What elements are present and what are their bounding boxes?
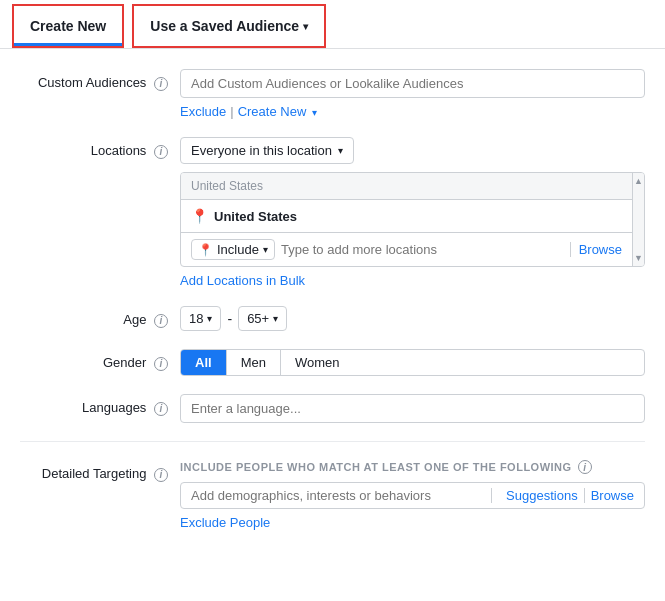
detailed-targeting-control: INCLUDE people who match at least ONE of… <box>180 460 645 530</box>
custom-audiences-row: Custom Audiences i Exclude | Create New … <box>20 69 645 119</box>
custom-audiences-input[interactable] <box>180 69 645 98</box>
gender-men-button[interactable]: Men <box>227 350 281 375</box>
detailed-targeting-row: Detailed Targeting i INCLUDE people who … <box>20 460 645 530</box>
include-targeting-label: INCLUDE people who match at least ONE of… <box>180 461 572 473</box>
scroll-up-icon[interactable]: ▲ <box>634 176 643 186</box>
location-content: United States 📍 United States 📍 Include … <box>181 173 632 266</box>
gender-label: Gender i <box>20 349 180 371</box>
include-row: 📍 Include ▾ Browse <box>181 232 632 266</box>
languages-label: Languages i <box>20 394 180 416</box>
tab-use-saved[interactable]: Use a Saved Audience ▾ <box>132 4 326 48</box>
exclude-people-row: Exclude People <box>180 515 645 530</box>
add-locations-bulk-row: Add Locations in Bulk <box>180 273 645 288</box>
links-divider: | <box>230 104 233 119</box>
location-box: United States 📍 United States 📍 Include … <box>180 172 645 267</box>
detailed-targeting-label: Detailed Targeting i <box>20 460 180 482</box>
custom-audiences-info-icon[interactable]: i <box>154 77 168 91</box>
detailed-targeting-desc-row: INCLUDE people who match at least ONE of… <box>180 460 645 474</box>
location-inner: United States 📍 United States 📍 Include … <box>181 173 644 266</box>
include-targeting-info-icon[interactable]: i <box>578 460 592 474</box>
age-max-select[interactable]: 65+ ▾ <box>238 306 287 331</box>
targeting-browse-button[interactable]: Browse <box>585 488 634 503</box>
locations-label: Locations i <box>20 137 180 159</box>
location-pin-icon: 📍 <box>191 208 208 224</box>
add-locations-bulk-link[interactable]: Add Locations in Bulk <box>180 273 305 288</box>
custom-audiences-links: Exclude | Create New ▾ <box>180 104 645 119</box>
tab-create-new[interactable]: Create New <box>12 4 124 48</box>
targeting-buttons: Suggestions Browse <box>491 488 634 503</box>
languages-info-icon[interactable]: i <box>154 402 168 416</box>
location-dropdown-arrow-icon: ▾ <box>338 145 343 156</box>
age-control: 18 ▾ - 65+ ▾ <box>180 306 645 331</box>
gender-control: All Men Women <box>180 349 645 376</box>
main-content: Custom Audiences i Exclude | Create New … <box>0 49 665 568</box>
locations-row: Locations i Everyone in this location ▾ … <box>20 137 645 288</box>
gender-group: All Men Women <box>180 349 645 376</box>
location-search-input[interactable] <box>281 242 564 257</box>
location-type-dropdown[interactable]: Everyone in this location ▾ <box>180 137 354 164</box>
location-browse-button[interactable]: Browse <box>570 242 622 257</box>
age-selectors: 18 ▾ - 65+ ▾ <box>180 306 645 331</box>
gender-women-button[interactable]: Women <box>281 350 354 375</box>
languages-control <box>180 394 645 423</box>
age-min-arrow-icon: ▾ <box>207 313 212 324</box>
exclude-people-link[interactable]: Exclude People <box>180 515 270 530</box>
saved-audience-arrow-icon: ▾ <box>303 21 308 32</box>
locations-info-icon[interactable]: i <box>154 145 168 159</box>
languages-input[interactable] <box>180 394 645 423</box>
targeting-search-input[interactable] <box>191 488 491 503</box>
scroll-down-icon[interactable]: ▼ <box>634 253 643 263</box>
age-label: Age i <box>20 306 180 328</box>
location-scrollbar: ▲ ▼ <box>632 173 644 266</box>
exclude-link[interactable]: Exclude <box>180 104 226 119</box>
create-new-link[interactable]: Create New ▾ <box>238 104 317 119</box>
include-dropdown-arrow-icon: ▾ <box>263 244 268 255</box>
locations-control: Everyone in this location ▾ United State… <box>180 137 645 288</box>
gender-info-icon[interactable]: i <box>154 357 168 371</box>
languages-row: Languages i <box>20 394 645 423</box>
age-min-select[interactable]: 18 ▾ <box>180 306 221 331</box>
create-new-dropdown-icon: ▾ <box>312 107 317 118</box>
targeting-input-container: Suggestions Browse <box>180 482 645 509</box>
age-row: Age i 18 ▾ - 65+ ▾ <box>20 306 645 331</box>
suggestions-button[interactable]: Suggestions <box>500 488 585 503</box>
age-max-arrow-icon: ▾ <box>273 313 278 324</box>
detailed-targeting-info-icon[interactable]: i <box>154 468 168 482</box>
age-info-icon[interactable]: i <box>154 314 168 328</box>
location-item: 📍 United States <box>181 200 632 232</box>
custom-audiences-control: Exclude | Create New ▾ <box>180 69 645 119</box>
pin-small-icon: 📍 <box>198 243 213 257</box>
gender-all-button[interactable]: All <box>181 350 227 375</box>
custom-audiences-label: Custom Audiences i <box>20 69 180 91</box>
location-box-header: United States <box>181 173 632 200</box>
age-dash: - <box>227 311 232 327</box>
tabs-container: Create New Use a Saved Audience ▾ <box>0 0 665 49</box>
section-divider <box>20 441 645 442</box>
gender-row: Gender i All Men Women <box>20 349 645 376</box>
include-select[interactable]: 📍 Include ▾ <box>191 239 275 260</box>
